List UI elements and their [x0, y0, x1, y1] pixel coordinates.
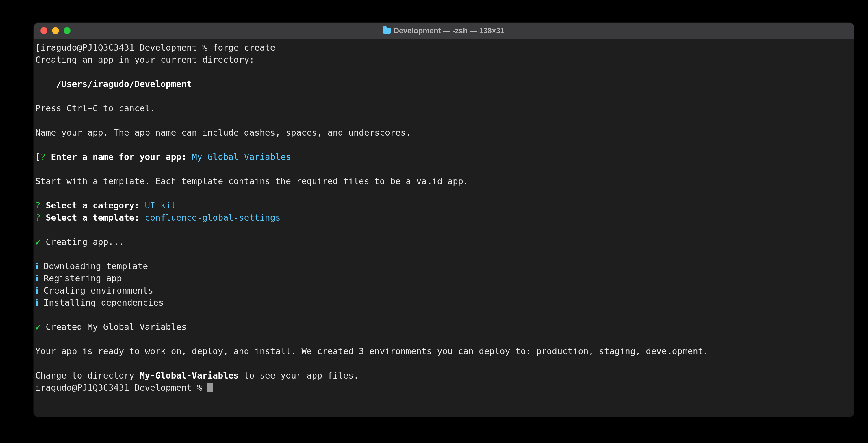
line-creating: Creating an app in your current director… — [35, 55, 254, 65]
q-name-label: Enter a name for your app: — [51, 152, 187, 162]
line-path: /Users/iragudo/Development — [56, 79, 192, 89]
step-creating: Creating app... — [45, 237, 124, 247]
folder-icon — [383, 28, 391, 33]
window-title-text: Development — -zsh — 138×31 — [394, 26, 504, 35]
ready-line: Your app is ready to work on, deploy, an… — [35, 346, 709, 356]
change-pre: Change to directory — [35, 371, 140, 381]
info-register: Registering app — [43, 273, 122, 284]
created-line: Created My Global Variables — [45, 322, 187, 332]
check-icon: ✔ — [35, 237, 40, 247]
info-icon: ℹ — [35, 273, 38, 284]
minimize-icon[interactable] — [52, 27, 59, 34]
q-cat-value: UI kit — [145, 200, 176, 210]
line-template-help: Start with a template. Each template con… — [35, 176, 468, 186]
info-envs: Creating environments — [43, 286, 153, 296]
qmark-icon: ? — [35, 200, 40, 210]
prompt-line-2: iragudo@PJ1Q3C3431 Development % — [35, 383, 208, 393]
window-title: Development — -zsh — 138×31 — [33, 26, 854, 35]
info-download: Downloading template — [43, 261, 148, 271]
info-deps: Installing dependencies — [43, 298, 163, 308]
q-name-value: My Global Variables — [192, 152, 291, 162]
terminal-body[interactable]: [iragudo@PJ1Q3C3431 Development % forge … — [33, 39, 854, 417]
info-icon: ℹ — [35, 261, 38, 271]
titlebar[interactable]: Development — -zsh — 138×31 — [33, 23, 854, 39]
qmark-icon: ? — [40, 152, 45, 162]
traffic-lights — [40, 27, 70, 34]
q-tpl-label: Select a template: — [45, 212, 140, 223]
cursor — [208, 383, 213, 392]
prompt-line: [iragudo@PJ1Q3C3431 Development % forge … — [35, 42, 275, 53]
change-post: to see your app files. — [239, 371, 359, 381]
terminal-window: Development — -zsh — 138×31 [iragudo@PJ1… — [33, 23, 854, 417]
line-cancel: Press Ctrl+C to cancel. — [35, 103, 155, 113]
info-icon: ℹ — [35, 286, 38, 296]
close-icon[interactable] — [40, 27, 48, 34]
change-dir: My-Global-Variables — [140, 371, 239, 381]
q-cat-label: Select a category: — [45, 200, 140, 210]
q-tpl-value: confluence-global-settings — [145, 212, 281, 223]
qmark-icon: ? — [35, 212, 40, 223]
command: forge create — [213, 42, 275, 53]
check-icon: ✔ — [35, 322, 40, 332]
line-name-help: Name your app. The app name can include … — [35, 127, 411, 138]
info-icon: ℹ — [35, 298, 38, 308]
zoom-icon[interactable] — [64, 27, 70, 34]
